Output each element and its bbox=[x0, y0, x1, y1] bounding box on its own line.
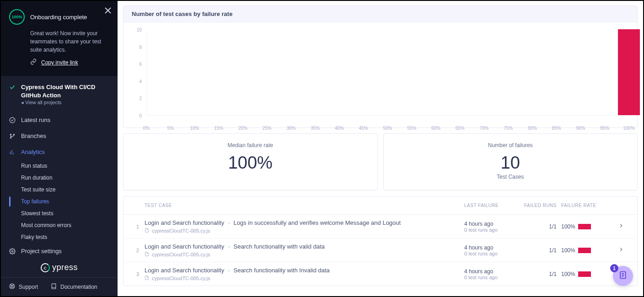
check-circle-icon bbox=[9, 117, 16, 123]
y-tick: 8 bbox=[139, 44, 142, 49]
chevron-right-icon: › bbox=[228, 243, 230, 250]
documentation-label: Documentation bbox=[60, 284, 97, 290]
x-tick: 55% bbox=[407, 126, 416, 131]
x-tick: 90% bbox=[576, 126, 585, 131]
svg-point-0 bbox=[10, 117, 15, 123]
life-ring-icon bbox=[9, 283, 15, 291]
sidebar-item-label: Project settings bbox=[21, 248, 62, 255]
y-tick: 0 bbox=[139, 113, 142, 118]
nav: Latest runs Branches Analytics Run statu… bbox=[1, 107, 118, 277]
file-icon bbox=[145, 228, 149, 233]
last-failure-time: 4 hours ago bbox=[464, 244, 524, 251]
svg-point-7 bbox=[11, 250, 13, 252]
svg-point-9 bbox=[11, 285, 13, 287]
failure-rate-bar bbox=[578, 224, 591, 229]
y-tick: 10 bbox=[137, 27, 142, 32]
view-all-projects-link[interactable]: ◂ View all projects bbox=[21, 100, 109, 106]
x-tick: 100% bbox=[623, 126, 635, 131]
svg-point-1 bbox=[10, 134, 11, 135]
stat-label: Number of failures bbox=[388, 142, 633, 148]
svg-point-3 bbox=[13, 134, 14, 135]
col-failed-runs: FAILED RUNS bbox=[524, 203, 557, 208]
fab-badge: 1 bbox=[610, 264, 618, 272]
y-tick: 6 bbox=[139, 62, 142, 67]
table-header: TEST CASE LAST FAILURE FAILED RUNS FAILU… bbox=[123, 196, 637, 215]
chart-bar[interactable] bbox=[618, 29, 640, 115]
sidebar: 100% Onboarding complete Great work! Now… bbox=[1, 1, 118, 296]
col-test-case: TEST CASE bbox=[145, 203, 464, 208]
main-content: Number of test cases by failure rate 024… bbox=[118, 1, 643, 296]
test-group: Login and Search functionality bbox=[145, 219, 224, 226]
failed-runs: 1/1 bbox=[524, 247, 557, 254]
svg-line-12 bbox=[13, 285, 14, 286]
number-of-failures-card: Number of failures 10 Test Cases bbox=[383, 133, 638, 191]
documentation-link[interactable]: Documentation bbox=[51, 283, 97, 291]
branch-icon bbox=[9, 133, 16, 139]
subnav-run-duration[interactable]: Run duration bbox=[21, 172, 118, 184]
x-tick: 95% bbox=[600, 126, 609, 131]
svg-point-2 bbox=[10, 137, 11, 138]
help-fab[interactable]: 1 bbox=[613, 266, 633, 286]
subnav-test-suite-size[interactable]: Test suite size bbox=[21, 184, 118, 196]
onboarding-subtitle: Great work! Now invite your teammates to… bbox=[30, 29, 109, 54]
subnav-flaky-tests[interactable]: Flaky tests bbox=[21, 231, 118, 243]
onboarding-panel: 100% Onboarding complete Great work! Now… bbox=[1, 1, 118, 76]
x-tick: 25% bbox=[263, 126, 272, 131]
chevron-right-icon bbox=[612, 246, 624, 255]
analytics-icon bbox=[9, 149, 16, 155]
row-index: 1 bbox=[131, 224, 145, 229]
x-tick: 0% bbox=[143, 126, 150, 131]
table-row[interactable]: 1 Login and Search functionality › Logs … bbox=[123, 215, 637, 239]
x-tick: 60% bbox=[431, 126, 440, 131]
test-group: Login and Search functionality bbox=[145, 267, 224, 274]
failed-runs: 1/1 bbox=[524, 271, 557, 277]
table-row[interactable]: 2 Login and Search functionality › Searc… bbox=[123, 239, 637, 262]
y-tick: 4 bbox=[139, 79, 142, 84]
failure-rate-chart-card: Number of test cases by failure rate 024… bbox=[123, 5, 638, 128]
view-all-projects-label: View all projects bbox=[25, 100, 61, 105]
sidebar-footer: Support Documentation bbox=[1, 277, 118, 296]
chevron-right-icon: › bbox=[228, 219, 230, 226]
failure-rate-bar bbox=[578, 271, 591, 277]
row-index: 2 bbox=[131, 248, 145, 253]
last-failure-sub: 0 test runs ago bbox=[464, 251, 524, 256]
x-tick: 85% bbox=[552, 126, 561, 131]
failure-rate-pct: 100% bbox=[561, 223, 575, 230]
project-block: Cypress Cloud With CI/CD GitHub Action ◂… bbox=[1, 76, 118, 107]
sidebar-item-project-settings[interactable]: Project settings bbox=[1, 243, 118, 259]
sidebar-item-latest-runs[interactable]: Latest runs bbox=[1, 112, 118, 128]
subnav-most-common-errors[interactable]: Most common errors bbox=[21, 219, 118, 231]
x-tick: 15% bbox=[214, 126, 223, 131]
row-index: 3 bbox=[131, 271, 145, 277]
sidebar-item-analytics[interactable]: Analytics bbox=[1, 144, 118, 160]
failure-rate-pct: 100% bbox=[561, 247, 575, 254]
chart-title: Number of test cases by failure rate bbox=[123, 6, 637, 22]
notebook-icon bbox=[618, 270, 628, 281]
col-failure-rate: FAILURE RATE bbox=[557, 203, 612, 208]
analytics-subnav: Run status Run duration Test suite size … bbox=[1, 160, 118, 243]
close-icon[interactable] bbox=[105, 7, 111, 16]
stat-label: Median failure rate bbox=[128, 142, 373, 148]
table-row[interactable]: 3 Login and Search functionality › Searc… bbox=[123, 262, 637, 286]
y-tick: 2 bbox=[139, 96, 142, 101]
copy-invite-link[interactable]: Copy invite link bbox=[41, 59, 78, 66]
brand-logo: cypress bbox=[1, 259, 118, 277]
support-link[interactable]: Support bbox=[9, 283, 38, 291]
test-name: Search functionality with Invalid data bbox=[234, 267, 330, 274]
last-failure-sub: 0 test runs ago bbox=[464, 227, 524, 233]
subnav-top-failures[interactable]: Top failures bbox=[21, 196, 118, 207]
x-tick: 35% bbox=[311, 126, 320, 131]
subnav-run-status[interactable]: Run status bbox=[21, 160, 118, 172]
top-failures-table: TEST CASE LAST FAILURE FAILED RUNS FAILU… bbox=[123, 196, 638, 286]
sidebar-item-branches[interactable]: Branches bbox=[1, 128, 118, 144]
last-failure-sub: 0 test runs ago bbox=[464, 275, 524, 280]
subnav-slowest-tests[interactable]: Slowest tests bbox=[21, 207, 118, 219]
project-name[interactable]: Cypress Cloud With CI/CD GitHub Action bbox=[21, 83, 109, 100]
x-tick: 75% bbox=[504, 126, 513, 131]
x-tick: 30% bbox=[286, 126, 295, 131]
sidebar-item-label: Analytics bbox=[21, 148, 45, 155]
file-icon bbox=[145, 276, 149, 281]
failure-rate-bar bbox=[578, 248, 591, 253]
x-tick: 80% bbox=[528, 126, 537, 131]
x-tick: 10% bbox=[190, 126, 199, 131]
